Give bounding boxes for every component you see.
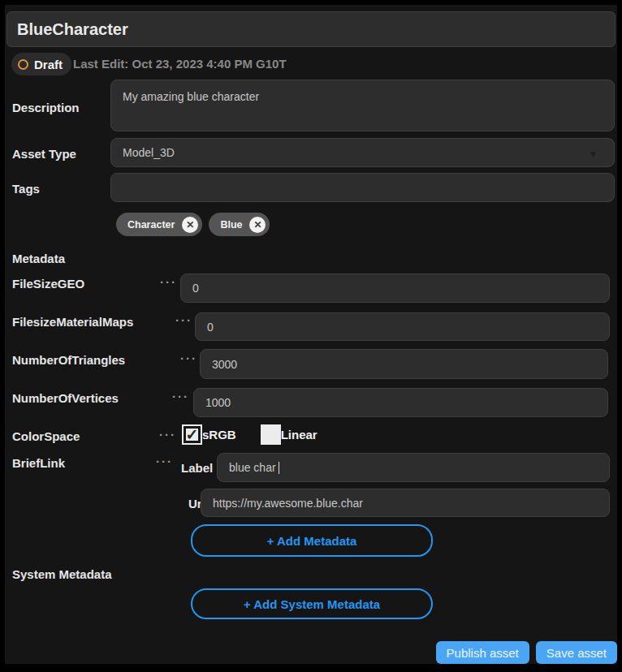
tag-chip-label: Character bbox=[127, 219, 175, 230]
brieflink-uri-input[interactable] bbox=[201, 489, 610, 517]
linear-checkbox[interactable]: ✓ bbox=[261, 424, 281, 445]
srgb-checkbox[interactable]: ✓ bbox=[182, 424, 202, 445]
save-asset-button[interactable]: Save asset bbox=[536, 641, 617, 664]
tag-chip: Blue ✕ bbox=[209, 213, 270, 236]
asset-type-value: Model_3D bbox=[123, 146, 175, 159]
metadata-row-name: NumberOfTriangles bbox=[12, 353, 125, 367]
metadata-row-name: BriefLink bbox=[12, 456, 65, 470]
metadata-value-input[interactable] bbox=[195, 312, 610, 341]
remove-tag-icon[interactable]: ✕ bbox=[182, 217, 198, 233]
remove-tag-icon[interactable]: ✕ bbox=[249, 217, 266, 233]
brieflink-label-value: blue char bbox=[229, 461, 276, 474]
asset-type-select[interactable]: Model_3D ▾ bbox=[110, 138, 615, 167]
asset-editor-panel: Draft Last Edit: Oct 23, 2023 4:40 PM G1… bbox=[5, 5, 617, 664]
metadata-section-title: Metadata bbox=[12, 252, 65, 265]
more-options-icon[interactable]: ··· bbox=[180, 351, 197, 365]
last-edit-text: Last Edit: Oct 23, 2023 4:40 PM G10T bbox=[73, 53, 287, 75]
footer-actions: Publish asset Save asset bbox=[436, 641, 617, 664]
colorspace-options: ✓ sRGB ✓ Linear bbox=[182, 424, 317, 445]
metadata-row-name: FilesizeMaterialMaps bbox=[12, 315, 133, 329]
description-textarea[interactable]: My amazing blue character bbox=[110, 80, 615, 131]
more-options-icon[interactable]: ··· bbox=[172, 390, 189, 403]
tags-input[interactable] bbox=[110, 173, 615, 202]
chevron-down-icon: ▾ bbox=[590, 147, 596, 160]
metadata-value-input[interactable] bbox=[200, 349, 608, 379]
tags-label: Tags bbox=[12, 182, 40, 196]
system-metadata-section-title: System Metadata bbox=[12, 567, 112, 581]
description-label: Description bbox=[12, 101, 80, 114]
tag-chip-label: Blue bbox=[220, 219, 242, 230]
asset-type-label: Asset Type bbox=[12, 147, 76, 161]
add-metadata-button[interactable]: + Add Metadata bbox=[191, 524, 433, 557]
brieflink-label-input[interactable]: blue char bbox=[217, 453, 610, 482]
status-badge: Draft bbox=[11, 53, 71, 75]
metadata-row-name: ColorSpace bbox=[12, 429, 80, 443]
tag-chip: Character ✕ bbox=[116, 213, 202, 236]
text-cursor bbox=[279, 462, 280, 474]
draft-status-icon bbox=[18, 59, 28, 70]
more-options-icon[interactable]: ··· bbox=[160, 275, 177, 289]
tag-chip-list: Character ✕ Blue ✕ bbox=[116, 213, 270, 236]
add-system-metadata-button[interactable]: + Add System Metadata bbox=[191, 588, 433, 619]
metadata-value-input[interactable] bbox=[180, 274, 610, 303]
publish-asset-button[interactable]: Publish asset bbox=[436, 641, 529, 664]
metadata-row-name: FileSizeGEO bbox=[12, 277, 84, 291]
asset-title-input[interactable] bbox=[6, 11, 616, 47]
metadata-value-input[interactable] bbox=[193, 388, 608, 417]
brieflink-label-caption: Label bbox=[181, 461, 213, 475]
status-label: Draft bbox=[34, 58, 63, 71]
metadata-row-name: NumberOfVertices bbox=[12, 391, 119, 405]
check-icon: ✓ bbox=[186, 427, 199, 442]
linear-checkbox-label: Linear bbox=[281, 424, 317, 445]
more-options-icon[interactable]: ··· bbox=[175, 313, 192, 327]
srgb-checkbox-label: sRGB bbox=[202, 424, 236, 445]
more-options-icon[interactable]: ··· bbox=[156, 454, 173, 468]
more-options-icon[interactable]: ··· bbox=[159, 428, 176, 442]
